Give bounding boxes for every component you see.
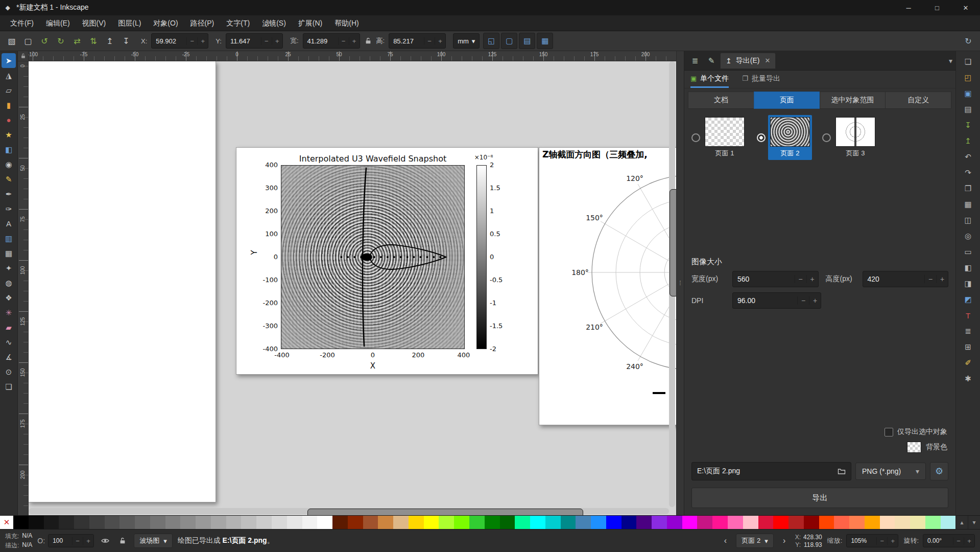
folder-icon[interactable] — [838, 467, 846, 475]
palette-swatch[interactable] — [302, 516, 318, 529]
export-width-value[interactable]: 560 — [733, 275, 795, 283]
page-radio-button[interactable] — [822, 133, 831, 142]
gradient-tool[interactable]: ▥ — [2, 231, 16, 246]
height-decrement[interactable]: − — [924, 275, 936, 283]
palette-swatch[interactable] — [105, 516, 120, 529]
vertical-scrollbar[interactable] — [669, 61, 675, 507]
palette-swatch[interactable] — [165, 516, 181, 529]
snap-settings-button[interactable]: ↻ — [961, 33, 976, 49]
zoom-page-icon[interactable]: ▭ — [960, 244, 976, 260]
vertical-ruler[interactable]: 0255075100125150175200 — [18, 61, 29, 515]
palette-scroll-down[interactable]: ▾ — [968, 516, 980, 529]
dpi-increment[interactable]: + — [809, 296, 821, 305]
export-scope-button[interactable]: 文档 — [688, 91, 754, 109]
export-settings-button[interactable]: ⚙ — [930, 462, 948, 480]
ungroup-icon[interactable]: ◨ — [960, 276, 976, 291]
shape-builder-tool[interactable]: ▱ — [2, 83, 16, 98]
zoom-drawing-icon[interactable]: ◎ — [960, 228, 976, 244]
undo-icon[interactable]: ↶ — [960, 149, 976, 165]
opacity-decrement[interactable]: − — [72, 537, 83, 545]
menu-item[interactable]: 扩展(N) — [292, 15, 328, 31]
palette-swatch[interactable] — [773, 516, 788, 529]
width-increment[interactable]: + — [806, 275, 818, 283]
palette-swatch[interactable] — [788, 516, 804, 529]
palette-scroll-up[interactable]: ▴ — [955, 516, 968, 529]
palette-swatch[interactable] — [500, 516, 515, 529]
menu-item[interactable]: 编辑(E) — [40, 15, 76, 31]
palette-swatch[interactable] — [378, 516, 393, 529]
palette-swatch[interactable] — [424, 516, 439, 529]
dropper-tool[interactable]: ✦ — [2, 261, 16, 275]
new-document-icon[interactable]: ❏ — [960, 54, 976, 70]
palette-swatch[interactable] — [454, 516, 469, 529]
palette-swatch[interactable] — [834, 516, 849, 529]
palette-swatch[interactable] — [819, 516, 834, 529]
zoom-value[interactable]: 105% — [847, 537, 876, 544]
copy-icon[interactable]: ❐ — [960, 181, 976, 196]
palette-swatch[interactable] — [226, 516, 242, 529]
palette-swatch[interactable] — [272, 516, 287, 529]
only-selected-checkbox[interactable] — [885, 428, 893, 436]
vertical-scrollbar-thumb[interactable] — [670, 189, 676, 296]
pen-tool[interactable]: ✒ — [2, 187, 16, 201]
minimize-button[interactable]: ─ — [894, 0, 923, 15]
palette-swatch[interactable] — [29, 516, 44, 529]
palette-swatch[interactable] — [241, 516, 256, 529]
palette-swatch[interactable] — [622, 516, 637, 529]
scale-pattern-toggle[interactable]: ▦ — [537, 33, 553, 49]
no-color-swatch[interactable]: ✕ — [0, 516, 13, 529]
menu-item[interactable]: 文件(F) — [4, 15, 40, 31]
box3d-tool[interactable]: ◧ — [2, 142, 16, 157]
page-thumbnail[interactable] — [835, 117, 875, 147]
palette-swatch[interactable] — [59, 516, 74, 529]
preferences-icon[interactable]: ✱ — [960, 371, 976, 386]
save-icon[interactable]: ▣ — [960, 86, 976, 101]
x-field-value[interactable]: 59.902 — [152, 37, 186, 45]
menu-item[interactable]: 图层(L) — [112, 15, 147, 31]
export-dialog-tab[interactable]: ↥ 导出(E) ✕ — [720, 53, 776, 69]
export-filename-value[interactable]: E:\页面 2.png — [697, 467, 833, 476]
eraser-tool[interactable]: ▰ — [2, 320, 16, 335]
palette-swatch[interactable] — [317, 516, 332, 529]
palette-swatch[interactable] — [256, 516, 272, 529]
palette-swatch[interactable] — [728, 516, 743, 529]
height-increment[interactable]: + — [435, 37, 445, 45]
export-button[interactable]: 导出 — [691, 488, 948, 508]
flip-vertical-button[interactable]: ⇅ — [86, 33, 101, 49]
page-thumbnail[interactable] — [770, 117, 810, 147]
palette-swatch[interactable] — [910, 516, 925, 529]
width-decrement[interactable]: − — [338, 37, 349, 45]
menu-item[interactable]: 对象(O) — [147, 15, 184, 31]
palette-swatch[interactable] — [849, 516, 865, 529]
close-dialog-icon[interactable]: ✕ — [764, 57, 770, 64]
page-3-polar-figure[interactable]: Z轴截面方向图（三频叠加, — [539, 147, 676, 425]
palette-swatch[interactable] — [74, 516, 89, 529]
scale-stroke-toggle[interactable]: ◱ — [483, 33, 499, 49]
layer-visibility-toggle[interactable] — [99, 535, 111, 547]
palette-swatch[interactable] — [287, 516, 302, 529]
export-scope-button[interactable]: 自定义 — [885, 91, 951, 109]
page-2-wavefield-figure[interactable]: Interpolated U3 Wavefield Snapshot Y 400… — [236, 147, 538, 375]
palette-swatch[interactable] — [758, 516, 774, 529]
dpi-field[interactable]: 96.00 − + — [732, 292, 821, 309]
palette-swatch[interactable] — [576, 516, 591, 529]
export-mode-tab[interactable]: ▣ 单个文件 — [690, 71, 729, 88]
export-height-field[interactable]: 420 − + — [863, 271, 949, 287]
lock-ratio-toggle[interactable] — [362, 37, 374, 44]
width-decrement[interactable]: − — [795, 275, 806, 283]
layers-dialog-icon[interactable]: ≣ — [960, 324, 976, 339]
palette-swatch[interactable] — [13, 516, 29, 529]
text-dialog-icon[interactable]: T — [960, 308, 976, 323]
paint-bucket-tool[interactable]: ◍ — [2, 275, 16, 290]
select-all-button[interactable]: ▧ — [4, 33, 19, 49]
scale-gradient-toggle[interactable]: ▤ — [519, 33, 535, 49]
page-radio-button[interactable] — [691, 133, 700, 142]
fill-stroke-indicator[interactable]: 填充: N/A 描边: N/A — [5, 532, 32, 550]
export-mode-tab[interactable]: ❐ 批量导出 — [742, 71, 780, 88]
height-field-value[interactable]: 85.217 — [389, 37, 424, 45]
redo-icon[interactable]: ↷ — [960, 165, 976, 180]
xml-editor-icon[interactable]: ✐ — [960, 355, 976, 371]
palette-swatch[interactable] — [409, 516, 424, 529]
x-decrement[interactable]: − — [186, 37, 197, 45]
mesh-gradient-tool[interactable]: ▦ — [2, 246, 16, 261]
